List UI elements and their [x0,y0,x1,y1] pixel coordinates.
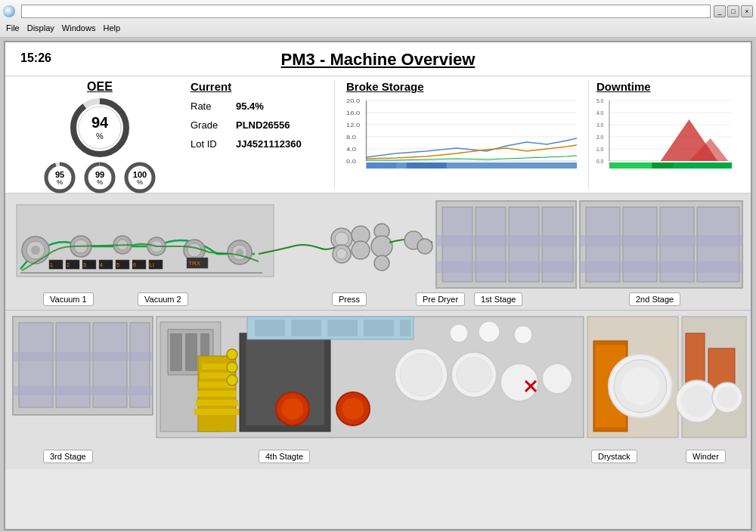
svg-rect-98 [580,261,742,273]
broke-storage-title: Broke Storage [346,80,577,93]
svg-rect-129 [400,320,411,336]
svg-rect-117 [196,400,238,406]
svg-point-75 [335,232,349,246]
menu-bar: File Display Windows Help [3,20,753,36]
restore-button[interactable]: □ [727,5,739,17]
downtime-section: Downtime 5.0 4.0 3.0 2.0 1.0 0.0 [588,80,739,189]
current-title: Current [191,80,327,93]
svg-rect-109 [170,333,182,371]
svg-text:5: 5 [116,262,119,268]
svg-text:5.0: 5.0 [596,98,603,104]
page-title: PM3 - Machine Overview [5,42,751,73]
svg-rect-90 [436,235,576,246]
svg-rect-110 [185,333,197,371]
press-label: Press [332,292,367,306]
machine-diagram: 1 2 3 4 5 6 LI TRX [5,193,751,530]
winder-label: Winder [686,450,726,463]
rate-value: 95.4% [236,101,264,112]
svg-text:3.0: 3.0 [596,122,603,128]
svg-text:1: 1 [50,262,53,268]
oee-label: OEE [87,80,113,94]
svg-rect-105 [13,386,153,395]
rate-label: Rate [191,101,236,112]
close-button[interactable]: × [741,5,753,17]
downtime-chart: 5.0 4.0 3.0 2.0 1.0 0.0 [596,97,732,180]
stats-panel: OEE 94 % [5,76,751,193]
oee-unit: % [91,131,108,141]
svg-rect-42 [652,162,673,169]
availability-unit: % [55,179,64,187]
svg-text:20.0: 20.0 [346,98,361,104]
vacuum1-label: Vacuum 1 [43,292,94,306]
pre-dryer-label: Pre Dryer [416,292,465,306]
svg-rect-23 [367,162,397,169]
stage1-label: 1st Stage [474,292,522,306]
svg-point-140 [450,324,468,342]
broke-storage-section: Broke Storage 20.0 16.0 12.0 8.0 4.0 0.0 [334,80,588,189]
menu-help[interactable]: Help [100,23,123,32]
svg-text:4.0: 4.0 [596,110,603,116]
window-chrome: _ □ × File Display Windows Help [0,0,756,38]
lot-value: JJ4521112360 [236,138,302,150]
svg-text:0.0: 0.0 [346,159,356,165]
svg-text:TRX: TRX [188,260,201,267]
svg-point-156 [681,385,713,417]
stage2-label: 2nd Stage [629,292,680,306]
svg-point-142 [514,326,532,344]
oee-value: 94 [91,113,108,131]
menu-display[interactable]: Display [24,23,57,32]
svg-rect-41 [609,162,652,169]
svg-point-138 [500,363,538,401]
svg-point-137 [457,357,491,392]
svg-rect-97 [580,235,742,246]
svg-text:2.0: 2.0 [596,135,603,140]
stage3-label: 3rd Stage [43,450,93,463]
page-time: 15:26 [20,51,51,65]
svg-point-135 [400,354,442,396]
svg-point-77 [336,249,347,259]
svg-point-54 [187,243,201,257]
svg-point-120 [227,362,237,373]
svg-text:6: 6 [133,262,136,268]
svg-point-151 [621,367,659,405]
app-icon [3,5,15,17]
minimize-button[interactable]: _ [714,5,726,17]
svg-point-81 [371,236,392,257]
svg-text:12.0: 12.0 [346,122,361,128]
svg-text:0.0: 0.0 [596,159,603,164]
svg-rect-126 [291,320,321,336]
address-bar[interactable] [21,5,711,18]
window-controls: _ □ × [714,5,753,17]
menu-file[interactable]: File [3,23,23,32]
lot-row: Lot ID JJ4521112360 [191,138,327,150]
grade-row: Grade PLND26556 [191,119,327,131]
svg-point-119 [227,349,237,360]
svg-rect-24 [407,162,447,169]
svg-rect-116 [197,391,237,397]
vacuum2-label: Vacuum 2 [138,292,188,306]
oee-section: OEE 94 % [17,80,183,189]
svg-rect-118 [194,409,240,415]
efficiency-unit: % [95,179,104,187]
svg-text:16.0: 16.0 [346,110,361,116]
oee-main-gauge: 94 % [70,97,130,158]
svg-rect-125 [255,320,285,336]
main-panel: 15:26 PM3 - Machine Overview OEE 94 % [4,41,752,530]
svg-point-131 [281,397,304,420]
svg-text:LI: LI [150,262,154,268]
broke-storage-chart: 20.0 16.0 12.0 8.0 4.0 0.0 [346,97,577,180]
svg-point-139 [542,363,572,394]
stage4-label: 4th Stagte [259,450,310,463]
current-section: Current Rate 95.4% Grade PLND26556 Lot I… [183,80,334,189]
drystack-label: Drystack [591,450,637,463]
rate-row: Rate 95.4% [191,101,327,112]
menu-windows[interactable]: Windows [59,23,99,32]
svg-rect-22 [367,162,577,169]
title-bar: _ □ × [3,2,753,20]
svg-point-79 [352,241,370,259]
svg-text:3: 3 [83,262,86,268]
svg-text:1.0: 1.0 [596,147,603,152]
svg-point-141 [479,321,500,342]
svg-rect-104 [13,352,153,361]
svg-point-158 [717,387,738,408]
